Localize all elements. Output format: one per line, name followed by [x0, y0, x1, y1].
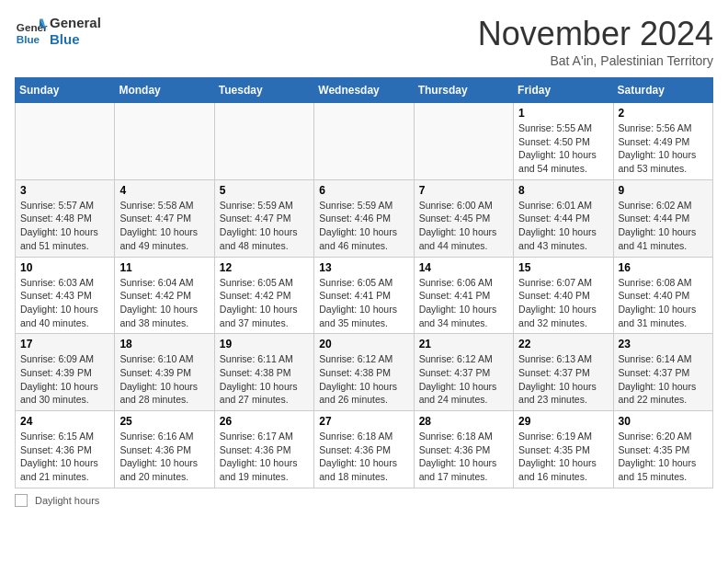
header-day-sunday: Sunday — [16, 78, 115, 103]
day-number: 14 — [419, 261, 508, 274]
logo-line1: General — [50, 15, 101, 31]
calendar-table: SundayMondayTuesdayWednesdayThursdayFrid… — [15, 77, 713, 488]
day-number: 18 — [119, 338, 209, 350]
calendar-cell: 7Sunrise: 6:00 AM Sunset: 4:45 PM Daylig… — [414, 179, 513, 257]
day-info: Sunrise: 6:08 AM Sunset: 4:40 PM Dayligh… — [619, 276, 708, 330]
svg-text:Blue: Blue — [17, 33, 40, 45]
day-number: 4 — [119, 184, 209, 197]
calendar-cell: 26Sunrise: 6:17 AM Sunset: 4:36 PM Dayli… — [214, 411, 313, 488]
day-info: Sunrise: 5:57 AM Sunset: 4:48 PM Dayligh… — [20, 199, 109, 253]
calendar-cell — [414, 103, 513, 180]
calendar-cell: 12Sunrise: 6:05 AM Sunset: 4:42 PM Dayli… — [214, 257, 313, 334]
calendar-cell: 29Sunrise: 6:19 AM Sunset: 4:35 PM Dayli… — [514, 411, 613, 488]
calendar-cell: 21Sunrise: 6:12 AM Sunset: 4:37 PM Dayli… — [414, 334, 513, 411]
logo: General Blue General Blue — [15, 15, 101, 48]
calendar-cell: 18Sunrise: 6:10 AM Sunset: 4:39 PM Dayli… — [115, 334, 214, 411]
day-number: 20 — [319, 338, 408, 350]
title-area: November 2024 Bat A'in, Palestinian Terr… — [478, 15, 713, 68]
calendar-body: 1Sunrise: 5:55 AM Sunset: 4:50 PM Daylig… — [16, 103, 713, 488]
day-info: Sunrise: 6:15 AM Sunset: 4:36 PM Dayligh… — [20, 430, 109, 484]
day-info: Sunrise: 6:20 AM Sunset: 4:35 PM Dayligh… — [619, 430, 708, 484]
day-info: Sunrise: 6:03 AM Sunset: 4:43 PM Dayligh… — [20, 276, 109, 330]
day-info: Sunrise: 5:56 AM Sunset: 4:49 PM Dayligh… — [619, 121, 708, 176]
calendar-cell: 25Sunrise: 6:16 AM Sunset: 4:36 PM Dayli… — [115, 411, 214, 488]
day-number: 25 — [119, 415, 209, 428]
day-info: Sunrise: 6:19 AM Sunset: 4:35 PM Dayligh… — [518, 430, 608, 484]
calendar-cell: 15Sunrise: 6:07 AM Sunset: 4:40 PM Dayli… — [514, 257, 613, 334]
day-number: 12 — [220, 261, 309, 274]
logo-icon: General Blue — [15, 15, 48, 48]
legend-label: Daylight hours — [35, 495, 99, 506]
day-number: 22 — [518, 338, 608, 350]
day-info: Sunrise: 6:07 AM Sunset: 4:40 PM Dayligh… — [518, 276, 608, 330]
day-info: Sunrise: 6:12 AM Sunset: 4:38 PM Dayligh… — [319, 352, 408, 407]
day-number: 8 — [518, 184, 608, 197]
calendar-cell: 22Sunrise: 6:13 AM Sunset: 4:37 PM Dayli… — [514, 334, 613, 411]
day-info: Sunrise: 6:10 AM Sunset: 4:39 PM Dayligh… — [119, 352, 209, 407]
day-info: Sunrise: 6:18 AM Sunset: 4:36 PM Dayligh… — [419, 430, 508, 484]
day-info: Sunrise: 5:59 AM Sunset: 4:46 PM Dayligh… — [319, 199, 408, 253]
calendar-cell — [314, 103, 414, 180]
day-number: 9 — [619, 184, 708, 197]
calendar-cell: 23Sunrise: 6:14 AM Sunset: 4:37 PM Dayli… — [613, 334, 712, 411]
calendar-cell: 10Sunrise: 6:03 AM Sunset: 4:43 PM Dayli… — [16, 257, 115, 334]
location: Bat A'in, Palestinian Territory — [478, 53, 713, 68]
day-info: Sunrise: 6:11 AM Sunset: 4:38 PM Dayligh… — [220, 352, 309, 407]
legend-box — [15, 494, 28, 507]
day-number: 30 — [619, 415, 708, 428]
day-number: 5 — [220, 184, 309, 197]
calendar-cell — [16, 103, 115, 180]
header-day-wednesday: Wednesday — [314, 78, 414, 103]
day-info: Sunrise: 6:13 AM Sunset: 4:37 PM Dayligh… — [518, 352, 608, 407]
day-number: 10 — [20, 261, 109, 274]
calendar-cell: 3Sunrise: 5:57 AM Sunset: 4:48 PM Daylig… — [16, 179, 115, 257]
day-info: Sunrise: 6:06 AM Sunset: 4:41 PM Dayligh… — [419, 276, 508, 330]
day-info: Sunrise: 6:05 AM Sunset: 4:41 PM Dayligh… — [319, 276, 408, 330]
day-number: 26 — [220, 415, 309, 428]
calendar-cell: 27Sunrise: 6:18 AM Sunset: 4:36 PM Dayli… — [314, 411, 414, 488]
day-number: 29 — [518, 415, 608, 428]
header-row: SundayMondayTuesdayWednesdayThursdayFrid… — [16, 78, 713, 103]
day-info: Sunrise: 6:17 AM Sunset: 4:36 PM Dayligh… — [220, 430, 309, 484]
calendar-cell: 9Sunrise: 6:02 AM Sunset: 4:44 PM Daylig… — [613, 179, 712, 257]
day-number: 28 — [419, 415, 508, 428]
calendar-cell: 8Sunrise: 6:01 AM Sunset: 4:44 PM Daylig… — [514, 179, 613, 257]
header-day-friday: Friday — [514, 78, 613, 103]
logo-line2: Blue — [50, 31, 101, 48]
calendar-cell — [115, 103, 214, 180]
day-info: Sunrise: 6:01 AM Sunset: 4:44 PM Dayligh… — [518, 199, 608, 253]
day-number: 3 — [20, 184, 109, 197]
day-info: Sunrise: 6:16 AM Sunset: 4:36 PM Dayligh… — [119, 430, 209, 484]
calendar-cell: 1Sunrise: 5:55 AM Sunset: 4:50 PM Daylig… — [514, 103, 613, 180]
calendar-cell: 20Sunrise: 6:12 AM Sunset: 4:38 PM Dayli… — [314, 334, 414, 411]
week-row-2: 3Sunrise: 5:57 AM Sunset: 4:48 PM Daylig… — [16, 179, 713, 257]
calendar-cell — [214, 103, 313, 180]
week-row-3: 10Sunrise: 6:03 AM Sunset: 4:43 PM Dayli… — [16, 257, 713, 334]
day-number: 13 — [319, 261, 408, 274]
day-info: Sunrise: 6:14 AM Sunset: 4:37 PM Dayligh… — [619, 352, 708, 407]
month-title: November 2024 — [478, 15, 713, 53]
week-row-4: 17Sunrise: 6:09 AM Sunset: 4:39 PM Dayli… — [16, 334, 713, 411]
day-info: Sunrise: 5:55 AM Sunset: 4:50 PM Dayligh… — [518, 121, 608, 176]
day-number: 11 — [119, 261, 209, 274]
header-day-thursday: Thursday — [414, 78, 513, 103]
calendar-cell: 19Sunrise: 6:11 AM Sunset: 4:38 PM Dayli… — [214, 334, 313, 411]
day-info: Sunrise: 6:18 AM Sunset: 4:36 PM Dayligh… — [319, 430, 408, 484]
calendar-cell: 24Sunrise: 6:15 AM Sunset: 4:36 PM Dayli… — [16, 411, 115, 488]
day-info: Sunrise: 6:09 AM Sunset: 4:39 PM Dayligh… — [20, 352, 109, 407]
calendar-cell: 11Sunrise: 6:04 AM Sunset: 4:42 PM Dayli… — [115, 257, 214, 334]
header-day-monday: Monday — [115, 78, 214, 103]
week-row-1: 1Sunrise: 5:55 AM Sunset: 4:50 PM Daylig… — [16, 103, 713, 180]
day-number: 23 — [619, 338, 708, 350]
day-number: 17 — [20, 338, 109, 350]
calendar-cell: 16Sunrise: 6:08 AM Sunset: 4:40 PM Dayli… — [613, 257, 712, 334]
legend-area: Daylight hours — [15, 494, 713, 507]
header-day-saturday: Saturday — [613, 78, 712, 103]
calendar-cell: 28Sunrise: 6:18 AM Sunset: 4:36 PM Dayli… — [414, 411, 513, 488]
calendar-cell: 5Sunrise: 5:59 AM Sunset: 4:47 PM Daylig… — [214, 179, 313, 257]
day-number: 6 — [319, 184, 408, 197]
day-info: Sunrise: 6:04 AM Sunset: 4:42 PM Dayligh… — [119, 276, 209, 330]
week-row-5: 24Sunrise: 6:15 AM Sunset: 4:36 PM Dayli… — [16, 411, 713, 488]
day-number: 2 — [619, 107, 708, 120]
calendar-cell: 13Sunrise: 6:05 AM Sunset: 4:41 PM Dayli… — [314, 257, 414, 334]
